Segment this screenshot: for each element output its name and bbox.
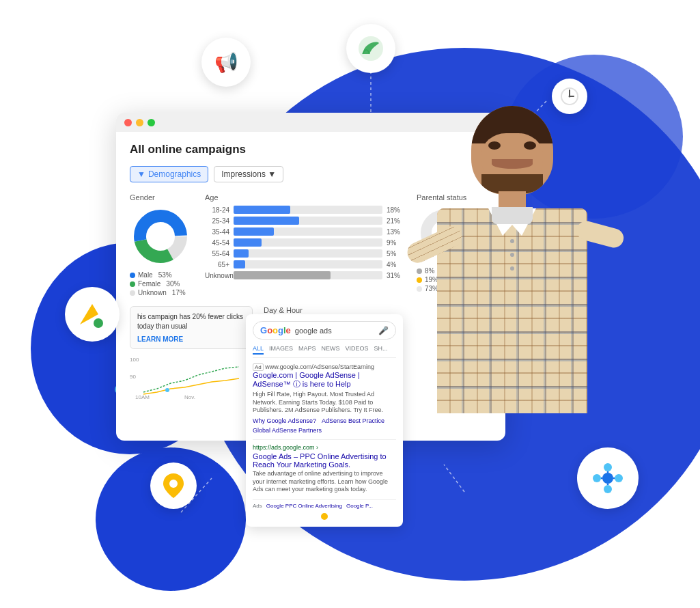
megaphone-icon: 📢 [214,51,238,74]
unknown-label: Unknown [138,289,167,296]
age-range-65plus: 65+ [205,261,229,268]
result2-title[interactable]: Google Ads – PPC Online Advertising to R… [253,452,396,469]
svg-point-35 [604,463,612,471]
age-range-3544: 35-44 [205,228,229,236]
tab-images[interactable]: IMAGES [269,345,293,355]
gender-donut [130,206,191,267]
result2-url: https://ads.google.com › [253,444,396,451]
location-icon [162,472,185,499]
leaf-icon [357,35,384,62]
age-range-5564: 55-64 [205,250,229,258]
search-result-2: https://ads.google.com › Google Ads – PP… [253,444,396,494]
svg-point-41 [169,480,178,488]
search-bar[interactable]: Google google ads 🎤 [253,321,396,340]
tab-all[interactable]: ALL [253,345,264,355]
age-range-unknown: Unknown [205,272,229,279]
search-card: Google google ads 🎤 ALL IMAGES MAPS NEWS… [246,314,403,527]
tab-more[interactable]: SH... [374,345,388,355]
svg-point-23 [165,388,169,392]
impressions-label: Impressions ▼ [221,169,276,179]
svg-text:Nov.: Nov. [184,394,195,400]
result1-title[interactable]: Google.com | Google AdSense | AdSense™ ⓘ… [253,371,396,389]
close-dot [124,119,132,126]
gender-label: Gender [130,193,191,202]
network-icon [590,460,626,496]
result2-desc: Take advantage of online advertising to … [253,470,396,494]
google-logo: Google [260,325,291,335]
svg-text:90: 90 [130,374,136,380]
search-dot [321,513,328,520]
result1-links: Why Google AdSense? AdSense Best Practic… [253,417,396,424]
gender-chart: Gender Male [130,193,191,298]
result1-domain: www.google.com/AdSense/StartEarning [265,363,374,370]
tab-videos[interactable]: VIDEOS [346,345,369,355]
learn-more-link[interactable]: LEARN MORE [137,335,245,343]
location-icon-bubble [150,462,197,509]
alert-message: his campaign has 20% fewer clicks today … [137,312,245,331]
demographics-filter[interactable]: ▼ Demographics [130,166,208,182]
megaphone-icon-bubble: 📢 [201,38,251,87]
clock-icon [560,87,579,106]
svg-point-33 [593,474,601,482]
unknown-pct: 17% [172,289,186,296]
svg-point-28 [569,96,571,98]
link-global-partners[interactable]: Global AdSense Partners [253,427,322,434]
svg-point-34 [615,474,623,482]
search-result-1: Ad www.google.com/AdSense/StartEarning G… [253,363,396,434]
svg-text:100: 100 [130,357,139,363]
filter-arrow-icon: ▼ [137,169,145,179]
female-label: Female [138,280,160,288]
search-tabs: ALL IMAGES MAPS NEWS VIDEOS SH... [253,345,396,358]
age-label: Age [205,193,403,202]
link-best-practice[interactable]: AdSense Best Practice [322,417,384,424]
footer-link1[interactable]: Google PPC Online Advertising [266,503,342,509]
search-input[interactable]: google ads [295,327,374,335]
svg-point-31 [94,318,103,328]
clock-icon-bubble [552,79,587,114]
male-pct: 53% [158,271,172,279]
svg-point-32 [602,473,613,484]
tab-news[interactable]: NEWS [322,345,340,355]
microphone-icon: 🎤 [378,326,389,335]
network-icon-bubble [577,447,639,509]
demographics-label: Demographics [148,169,201,179]
footer-ads: Ads [253,503,262,509]
svg-text:10AM: 10AM [135,394,150,400]
minimize-dot [136,119,143,126]
age-range-4554: 45-54 [205,239,229,247]
google-ads-icon [76,299,108,330]
gender-legend: Male 53% Female 30% Unknown 17% [130,271,191,298]
female-pct: 30% [166,280,180,288]
search-footer: Ads Google PPC Online Advertising Google… [253,499,396,509]
age-range-1824: 18-24 [205,206,229,214]
age-bars: 18-24 18% 25-34 21% 35-44 13% [205,206,403,279]
expand-dot [148,119,155,126]
tab-maps[interactable]: MAPS [298,345,316,355]
male-label: Male [138,271,153,279]
age-chart: Age 18-24 18% 25-34 21% 35-44 [205,193,403,298]
svg-point-14 [147,223,174,250]
google-ads-icon-bubble [65,287,120,342]
link-why-adsense[interactable]: Why Google AdSense? [253,417,316,424]
age-range-2534: 25-34 [205,217,229,225]
result1-desc: High Fill Rate, High Payout. Most Truste… [253,391,396,415]
brand-icon-bubble [346,24,395,73]
impressions-filter[interactable]: Impressions ▼ [214,166,283,182]
footer-link2[interactable]: Google P... [346,503,373,509]
svg-point-36 [604,485,612,493]
alert-box: his campaign has 20% fewer clicks today … [130,306,253,349]
